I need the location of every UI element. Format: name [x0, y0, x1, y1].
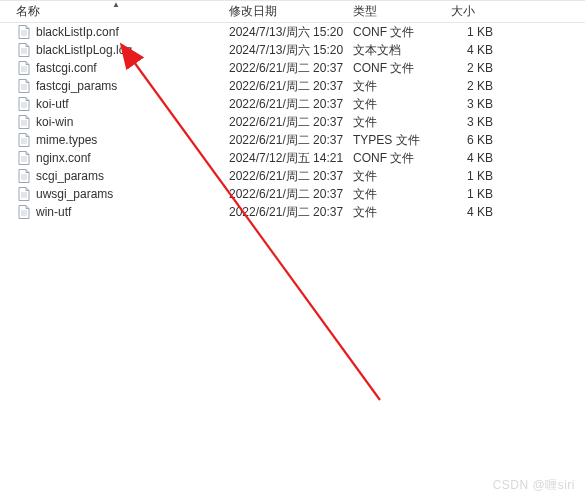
file-size-cell: 2 KB: [451, 61, 523, 75]
file-date-cell: 2024/7/13/周六 15:20: [229, 24, 353, 41]
file-date-cell: 2022/6/21/周二 20:37: [229, 114, 353, 131]
file-icon: [16, 186, 32, 202]
file-row[interactable]: koi-utf2022/6/21/周二 20:37文件3 KB: [0, 95, 585, 113]
file-name-cell: fastcgi.conf: [4, 60, 229, 76]
file-type-cell: TYPES 文件: [353, 132, 451, 149]
column-header-date-label: 修改日期: [229, 3, 277, 20]
file-row[interactable]: win-utf2022/6/21/周二 20:37文件4 KB: [0, 203, 585, 221]
file-date-cell: 2022/6/21/周二 20:37: [229, 96, 353, 113]
file-type-cell: 文件: [353, 78, 451, 95]
file-type-cell: 文件: [353, 96, 451, 113]
file-name-label: nginx.conf: [36, 151, 91, 165]
file-name-label: mime.types: [36, 133, 97, 147]
column-header-size-label: 大小: [451, 3, 475, 20]
file-icon: [16, 42, 32, 58]
file-type-cell: 文件: [353, 114, 451, 131]
file-row[interactable]: blackListIpLog.log2024/7/13/周六 15:20文本文档…: [0, 41, 585, 59]
file-name-cell: koi-win: [4, 114, 229, 130]
file-row[interactable]: uwsgi_params2022/6/21/周二 20:37文件1 KB: [0, 185, 585, 203]
file-name-label: blackListIpLog.log: [36, 43, 132, 57]
file-size-cell: 4 KB: [451, 205, 523, 219]
file-date-cell: 2022/6/21/周二 20:37: [229, 168, 353, 185]
sort-ascending-icon: ▲: [112, 0, 120, 9]
file-size-cell: 4 KB: [451, 43, 523, 57]
file-name-label: scgi_params: [36, 169, 104, 183]
file-size-cell: 1 KB: [451, 187, 523, 201]
file-icon: [16, 96, 32, 112]
file-name-cell: nginx.conf: [4, 150, 229, 166]
file-size-cell: 3 KB: [451, 97, 523, 111]
column-header-type-label: 类型: [353, 3, 377, 20]
file-name-cell: blackListIp.conf: [4, 24, 229, 40]
file-icon: [16, 114, 32, 130]
file-name-cell: blackListIpLog.log: [4, 42, 229, 58]
file-type-cell: 文本文档: [353, 42, 451, 59]
file-name-label: fastcgi.conf: [36, 61, 97, 75]
file-type-cell: CONF 文件: [353, 24, 451, 41]
watermark: CSDN @喱siri: [493, 477, 575, 494]
column-header-type[interactable]: 类型: [353, 1, 451, 22]
file-icon: [16, 168, 32, 184]
file-date-cell: 2022/6/21/周二 20:37: [229, 132, 353, 149]
file-type-cell: 文件: [353, 168, 451, 185]
file-row[interactable]: koi-win2022/6/21/周二 20:37文件3 KB: [0, 113, 585, 131]
file-row[interactable]: mime.types2022/6/21/周二 20:37TYPES 文件6 KB: [0, 131, 585, 149]
file-name-cell: mime.types: [4, 132, 229, 148]
file-name-cell: fastcgi_params: [4, 78, 229, 94]
column-header-row: ▲ 名称 修改日期 类型 大小: [0, 1, 585, 23]
file-rows-container: blackListIp.conf2024/7/13/周六 15:20CONF 文…: [0, 23, 585, 221]
file-type-cell: CONF 文件: [353, 150, 451, 167]
file-size-cell: 1 KB: [451, 169, 523, 183]
file-name-cell: uwsgi_params: [4, 186, 229, 202]
file-size-cell: 6 KB: [451, 133, 523, 147]
file-date-cell: 2022/6/21/周二 20:37: [229, 186, 353, 203]
file-row[interactable]: fastcgi.conf2022/6/21/周二 20:37CONF 文件2 K…: [0, 59, 585, 77]
file-name-label: blackListIp.conf: [36, 25, 119, 39]
file-name-cell: koi-utf: [4, 96, 229, 112]
file-size-cell: 1 KB: [451, 25, 523, 39]
file-row[interactable]: scgi_params2022/6/21/周二 20:37文件1 KB: [0, 167, 585, 185]
file-name-label: fastcgi_params: [36, 79, 117, 93]
file-list: ▲ 名称 修改日期 类型 大小 blackListIp.conf2024/7/1…: [0, 0, 585, 221]
file-icon: [16, 78, 32, 94]
column-header-name[interactable]: ▲ 名称: [4, 1, 229, 22]
file-size-cell: 4 KB: [451, 151, 523, 165]
file-icon: [16, 24, 32, 40]
file-date-cell: 2022/6/21/周二 20:37: [229, 204, 353, 221]
file-size-cell: 2 KB: [451, 79, 523, 93]
column-header-date[interactable]: 修改日期: [229, 1, 353, 22]
file-row[interactable]: blackListIp.conf2024/7/13/周六 15:20CONF 文…: [0, 23, 585, 41]
column-header-size[interactable]: 大小: [451, 1, 523, 22]
file-type-cell: 文件: [353, 204, 451, 221]
file-icon: [16, 150, 32, 166]
file-type-cell: 文件: [353, 186, 451, 203]
file-icon: [16, 60, 32, 76]
file-date-cell: 2024/7/13/周六 15:20: [229, 42, 353, 59]
column-header-name-label: 名称: [16, 3, 40, 20]
file-icon: [16, 204, 32, 220]
file-name-cell: win-utf: [4, 204, 229, 220]
file-icon: [16, 132, 32, 148]
file-name-cell: scgi_params: [4, 168, 229, 184]
file-row[interactable]: fastcgi_params2022/6/21/周二 20:37文件2 KB: [0, 77, 585, 95]
file-type-cell: CONF 文件: [353, 60, 451, 77]
file-date-cell: 2022/6/21/周二 20:37: [229, 78, 353, 95]
file-name-label: uwsgi_params: [36, 187, 113, 201]
file-name-label: koi-utf: [36, 97, 69, 111]
file-row[interactable]: nginx.conf2024/7/12/周五 14:21CONF 文件4 KB: [0, 149, 585, 167]
file-date-cell: 2022/6/21/周二 20:37: [229, 60, 353, 77]
file-date-cell: 2024/7/12/周五 14:21: [229, 150, 353, 167]
file-name-label: koi-win: [36, 115, 73, 129]
file-size-cell: 3 KB: [451, 115, 523, 129]
file-name-label: win-utf: [36, 205, 71, 219]
